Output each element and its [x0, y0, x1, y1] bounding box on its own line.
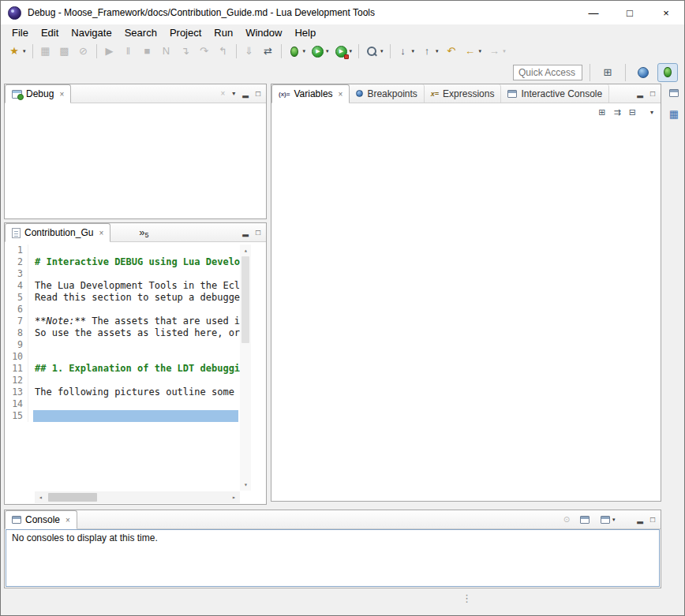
menu-item-window[interactable]: Window — [239, 26, 288, 39]
skip-all-breakpoints-button[interactable]: ⊘ — [75, 43, 92, 60]
window-title: Debug - Moose_Framework/docs/Contributio… — [28, 7, 375, 18]
tab-breakpoints[interactable]: Breakpoints — [350, 84, 424, 103]
quick-access-input[interactable] — [513, 65, 582, 80]
close-icon[interactable]: × — [339, 90, 343, 99]
maximize-view-button[interactable]: □ — [650, 90, 655, 98]
line-number: 5 — [5, 292, 28, 304]
tab-contribution-guide[interactable]: Contribution_Gu × — [5, 223, 110, 242]
code-editor-area[interactable]: 1 2# Interactive DEBUG using Lua Develop… — [5, 245, 240, 491]
chevron-down-icon[interactable]: ▾ — [23, 48, 26, 54]
menu-item-run[interactable]: Run — [208, 26, 239, 39]
suspend-button[interactable]: ‖ — [120, 43, 137, 60]
drop-to-frame-button[interactable]: ⇓ — [241, 43, 258, 60]
vertical-scrollbar[interactable]: ▴ ▾ — [240, 245, 251, 491]
open-perspective-button[interactable]: ⊞ — [597, 63, 618, 82]
scrollbar-thumb[interactable] — [241, 256, 249, 343]
previous-annotation-button[interactable]: ↑ ▾ — [418, 43, 441, 60]
scroll-left-button[interactable]: ◂ — [35, 491, 47, 503]
skip-all-breakpoints-icon: ⊘ — [77, 45, 90, 58]
debug-button[interactable]: ▾ — [286, 43, 309, 60]
last-edit-location-button[interactable]: ↶ — [443, 43, 460, 60]
step-over-button[interactable]: ↷ — [196, 43, 213, 60]
tab-expressions[interactable]: x= Expressions — [425, 84, 502, 103]
editor-tab-overflow-button[interactable]: » 5 — [134, 223, 153, 241]
chevron-down-icon[interactable]: ▾ — [436, 48, 439, 54]
next-annotation-button[interactable]: ↓ ▾ — [395, 43, 417, 60]
forward-button[interactable]: → ▾ — [485, 43, 508, 60]
chevron-down-icon[interactable]: ▾ — [412, 48, 415, 54]
disconnect-button[interactable]: N — [158, 43, 175, 60]
save-button[interactable]: ▦ — [37, 43, 54, 60]
restore-minimized-view-button[interactable] — [666, 85, 682, 101]
remove-all-terminated-button[interactable]: × — [220, 90, 225, 98]
minimize-view-button[interactable]: ▂ — [637, 90, 643, 98]
close-icon[interactable]: × — [66, 516, 70, 525]
minimized-outline-view-button[interactable]: ▦ — [666, 106, 682, 121]
scroll-down-button[interactable]: ▾ — [240, 479, 252, 491]
chevron-down-icon[interactable]: ▾ — [612, 517, 616, 523]
tab-variables[interactable]: (x)= Variables × — [271, 84, 350, 103]
chevron-down-icon[interactable]: ▾ — [303, 48, 306, 54]
line-number: 7 — [5, 315, 28, 327]
disconnect-icon: N — [160, 45, 173, 58]
scroll-up-button[interactable]: ▴ — [240, 245, 252, 256]
ldt-perspective-button[interactable] — [633, 63, 653, 82]
sash-handle[interactable]: ⋮ — [462, 593, 472, 603]
scroll-right-button[interactable]: ▸ — [228, 491, 240, 503]
maximize-view-button[interactable]: □ — [650, 516, 655, 524]
close-icon[interactable]: × — [59, 90, 64, 99]
step-into-button[interactable]: ↴ — [177, 43, 194, 60]
chevron-down-icon[interactable]: ▾ — [479, 48, 482, 54]
resume-button[interactable]: ▶ — [101, 43, 118, 60]
back-button[interactable]: ← ▾ — [462, 43, 485, 60]
chevron-down-icon[interactable]: ▾ — [380, 48, 384, 54]
window-minimize-button[interactable]: — — [575, 1, 612, 24]
minimize-view-button[interactable]: ▂ — [242, 90, 249, 98]
tab-interactive-console[interactable]: Interactive Console — [501, 84, 609, 103]
line-number: 9 — [5, 339, 28, 351]
window-maximize-button[interactable]: □ — [612, 1, 648, 24]
chevron-down-icon[interactable]: ▾ — [350, 48, 353, 54]
close-icon[interactable]: × — [99, 229, 103, 237]
code-line: ## 1. Explanation of the LDT debuggin — [28, 363, 240, 375]
scrollbar-track[interactable] — [47, 491, 228, 503]
horizontal-scrollbar[interactable]: ◂ ▸ — [35, 491, 240, 503]
maximize-view-button[interactable]: □ — [256, 229, 260, 237]
maximize-view-button[interactable]: □ — [256, 90, 260, 98]
debug-perspective-button[interactable] — [657, 63, 678, 82]
tab-console[interactable]: Console × — [5, 510, 77, 529]
show-logical-structures-button[interactable]: ⇉ — [614, 107, 621, 118]
terminate-button[interactable]: ■ — [139, 43, 156, 60]
menu-item-project[interactable]: Project — [163, 26, 208, 39]
menu-item-edit[interactable]: Edit — [35, 26, 65, 39]
window-close-button[interactable]: × — [648, 1, 684, 24]
step-return-button[interactable]: ↰ — [215, 43, 232, 60]
line-number: 11 — [5, 363, 28, 375]
chevron-down-icon[interactable]: ▾ — [326, 48, 329, 54]
scrollbar-track[interactable] — [240, 256, 251, 479]
show-type-names-button[interactable]: ⊞ — [598, 107, 605, 118]
menu-item-navigate[interactable]: Navigate — [65, 26, 118, 39]
menu-item-file[interactable]: File — [6, 26, 35, 39]
new-button[interactable]: ★ ▾ — [6, 43, 28, 60]
display-selected-console-button[interactable] — [577, 512, 593, 528]
chevron-down-icon[interactable]: ▾ — [503, 48, 506, 54]
external-tools-button[interactable]: ▶ ▾ — [333, 43, 355, 60]
menu-item-search[interactable]: Search — [118, 26, 163, 39]
scrollbar-thumb[interactable] — [48, 493, 97, 502]
menu-item-help[interactable]: Help — [288, 26, 322, 39]
minimize-view-button[interactable]: ▂ — [637, 516, 643, 524]
tab-debug[interactable]: Debug × — [5, 84, 71, 103]
use-step-filters-button[interactable]: ⇄ — [260, 43, 277, 60]
run-button[interactable]: ▶ ▾ — [309, 43, 331, 60]
view-menu-button[interactable]: ▾ — [650, 109, 653, 116]
search-button[interactable]: ▾ — [363, 43, 386, 60]
menubar: File Edit Navigate Search Project Run Wi… — [1, 24, 684, 41]
save-all-button[interactable]: ▩ — [56, 43, 73, 60]
minimize-view-button[interactable]: ▂ — [242, 229, 249, 237]
view-menu-button[interactable]: ▾ — [232, 91, 235, 97]
open-console-button[interactable]: ▾ — [600, 512, 616, 528]
collapse-all-button[interactable]: ⊟ — [629, 107, 636, 118]
breakpoints-view-icon — [356, 90, 363, 97]
pin-console-button[interactable]: ⊙ — [563, 516, 570, 524]
